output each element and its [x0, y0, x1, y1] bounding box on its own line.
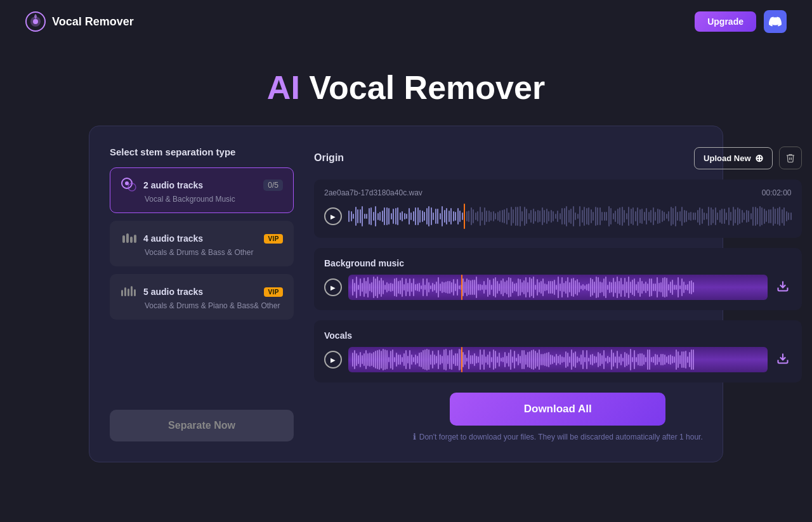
delete-button[interactable] [779, 147, 802, 169]
download-all-row: Download All ℹ Don't forget to download … [314, 393, 802, 441]
stem-option-2-track-header: 2 audio tracks 0/5 [121, 177, 283, 193]
navbar: Vocal Remover Upgrade [0, 0, 812, 43]
vocals-waveform-row: ▶ [324, 347, 792, 372]
stem-option-5-track-header: 5 audio tracks VIP [121, 284, 283, 300]
stem-2-sub: Vocal & Background Music [121, 195, 283, 204]
info-icon: ℹ [413, 432, 416, 441]
stem-2-name: 2 audio tracks [143, 180, 203, 190]
stem-option-2-track-left: 2 audio tracks [121, 177, 203, 193]
stem-option-5-track[interactable]: 5 audio tracks VIP Vocals & Drums & Pian… [110, 274, 294, 320]
duration: 00:02:00 [762, 188, 792, 197]
separate-btn-container: Separate Now [110, 397, 294, 441]
file-name: 2ae0aa7b-17d3180a40c.wav [324, 188, 422, 197]
hero-ai-text: AI [267, 69, 300, 106]
logo-icon [25, 11, 46, 32]
separate-now-button[interactable]: Separate Now [110, 410, 294, 441]
play-icon: ▶ [331, 213, 336, 220]
discord-button[interactable] [764, 10, 787, 33]
waveform-card-top: 2ae0aa7b-17d3180a40c.wav 00:02:00 [324, 188, 792, 197]
bg-music-track-card: Background music ▶ [314, 248, 802, 310]
discord-icon [769, 15, 782, 28]
stem-4-vip-badge: VIP [264, 234, 283, 244]
stem-2-count: 0/5 [263, 179, 283, 191]
bg-music-play-button[interactable]: ▶ [324, 278, 342, 296]
download-icon-vocals [776, 352, 789, 365]
origin-label: Origin [314, 152, 344, 164]
main-card: Select stem separation type 2 audio trac… [89, 126, 723, 462]
svg-rect-7 [126, 233, 129, 243]
bg-music-download-button[interactable] [774, 277, 792, 298]
stem-5-name: 5 audio tracks [143, 287, 203, 297]
svg-rect-8 [130, 237, 133, 243]
vocals-play-icon: ▶ [331, 356, 336, 363]
upload-new-label: Upload New [704, 153, 750, 163]
stem-option-4-track[interactable]: 4 audio tracks VIP Vocals & Drums & Bass… [110, 221, 294, 266]
disclaimer-text: Don't forget to download your files. The… [419, 433, 703, 441]
vocals-waveform[interactable] [348, 347, 768, 372]
svg-rect-14 [134, 289, 136, 296]
logo-text: Vocal Remover [52, 15, 134, 29]
stem-option-4-track-left: 4 audio tracks [121, 230, 203, 247]
origin-waveform-row: ▶ [324, 204, 792, 229]
trash-icon [785, 153, 796, 163]
upgrade-button[interactable]: Upgrade [695, 11, 756, 32]
five-track-icon [121, 284, 137, 300]
stem-option-2-track[interactable]: 2 audio tracks 0/5 Vocal & Background Mu… [110, 167, 294, 213]
stem-4-sub: Vocals & Drums & Bass & Other [121, 248, 283, 257]
right-header-actions: Upload New ⊕ [694, 147, 801, 169]
origin-waveform-visual[interactable] [348, 204, 792, 229]
stem-5-sub: Vocals & Drums & Piano & Bass& Other [121, 301, 283, 310]
stem-option-5-track-left: 5 audio tracks [121, 284, 203, 300]
svg-point-2 [33, 19, 38, 24]
vocals-label: Vocals [324, 330, 792, 341]
svg-rect-6 [122, 235, 125, 243]
download-all-button[interactable]: Download All [450, 393, 665, 426]
nav-right: Upgrade [695, 10, 787, 33]
upload-plus-icon: ⊕ [755, 152, 763, 164]
hero-title-rest: Vocal Remover [300, 69, 545, 106]
svg-rect-9 [134, 235, 136, 243]
right-header: Origin Upload New ⊕ [314, 147, 802, 169]
stem-4-name: 4 audio tracks [143, 233, 203, 244]
upload-new-button[interactable]: Upload New ⊕ [694, 147, 772, 169]
vocals-track-card: Vocals ▶ [314, 320, 802, 382]
svg-rect-12 [128, 289, 129, 296]
download-icon [776, 280, 789, 292]
svg-rect-10 [121, 290, 123, 296]
two-track-icon [121, 177, 137, 193]
svg-rect-13 [131, 286, 133, 296]
origin-play-button[interactable]: ▶ [324, 207, 342, 225]
hero-section: AI Vocal Remover [0, 43, 812, 126]
svg-rect-11 [124, 287, 126, 296]
stem-5-vip-badge: VIP [264, 287, 283, 297]
left-panel: Select stem separation type 2 audio trac… [110, 147, 294, 441]
bg-music-label: Background music [324, 258, 792, 268]
right-panel: Origin Upload New ⊕ 2ae0a [314, 147, 802, 441]
logo: Vocal Remover [25, 11, 134, 32]
hero-title: AI Vocal Remover [13, 69, 799, 107]
four-track-icon [121, 230, 137, 247]
vocals-play-button[interactable]: ▶ [324, 351, 342, 369]
svg-point-4 [125, 181, 129, 185]
vocals-download-button[interactable] [774, 349, 792, 370]
panel-title: Select stem separation type [110, 147, 294, 157]
bg-music-waveform[interactable] [348, 275, 768, 300]
bg-music-waveform-row: ▶ [324, 275, 792, 300]
stem-option-4-track-header: 4 audio tracks VIP [121, 230, 283, 247]
disclaimer: ℹ Don't forget to download your files. T… [413, 432, 703, 441]
origin-waveform-card: 2ae0aa7b-17d3180a40c.wav 00:02:00 ▶ [314, 179, 802, 238]
bg-play-icon: ▶ [331, 284, 336, 291]
